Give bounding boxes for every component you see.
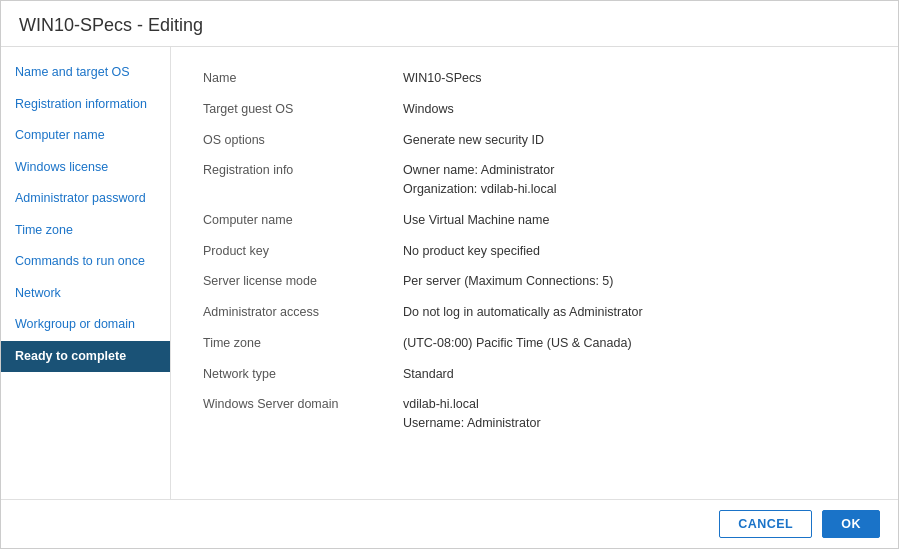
sidebar-item-name-and-target-os[interactable]: Name and target OS [1,57,170,89]
table-row: Administrator accessDo not log in automa… [195,297,874,328]
row-value: Owner name: AdministratorOrganization: v… [395,155,874,205]
dialog-footer: CANCEL OK [1,499,898,548]
sidebar-item-computer-name[interactable]: Computer name [1,120,170,152]
table-row: Target guest OSWindows [195,94,874,125]
sidebar: Name and target OSRegistration informati… [1,47,171,499]
row-value: Use Virtual Machine name [395,205,874,236]
row-label: Time zone [195,328,395,359]
cancel-button[interactable]: CANCEL [719,510,812,538]
row-label: Network type [195,359,395,390]
table-row: Server license modePer server (Maximum C… [195,266,874,297]
editing-dialog: WIN10-SPecs - Editing Name and target OS… [0,0,899,549]
row-value: vdilab-hi.localUsername: Administrator [395,389,874,439]
row-label: Name [195,63,395,94]
ok-button[interactable]: OK [822,510,880,538]
row-value: Windows [395,94,874,125]
row-label: Registration info [195,155,395,205]
row-value: Per server (Maximum Connections: 5) [395,266,874,297]
row-label: Administrator access [195,297,395,328]
row-value: Generate new security ID [395,125,874,156]
table-row: Product keyNo product key specified [195,236,874,267]
row-label: Server license mode [195,266,395,297]
row-label: Windows Server domain [195,389,395,439]
sidebar-item-administrator-password[interactable]: Administrator password [1,183,170,215]
summary-table: NameWIN10-SPecsTarget guest OSWindowsOS … [195,63,874,439]
row-label: Product key [195,236,395,267]
sidebar-item-ready-to-complete[interactable]: Ready to complete [1,341,170,373]
table-row: NameWIN10-SPecs [195,63,874,94]
sidebar-item-windows-license[interactable]: Windows license [1,152,170,184]
row-value: (UTC-08:00) Pacific Time (US & Canada) [395,328,874,359]
row-label: OS options [195,125,395,156]
row-label: Target guest OS [195,94,395,125]
row-value: WIN10-SPecs [395,63,874,94]
table-row: Registration infoOwner name: Administrat… [195,155,874,205]
table-row: Time zone(UTC-08:00) Pacific Time (US & … [195,328,874,359]
row-value: No product key specified [395,236,874,267]
main-content: NameWIN10-SPecsTarget guest OSWindowsOS … [171,47,898,499]
sidebar-item-registration-information[interactable]: Registration information [1,89,170,121]
sidebar-item-commands-to-run-once[interactable]: Commands to run once [1,246,170,278]
sidebar-item-time-zone[interactable]: Time zone [1,215,170,247]
row-value: Standard [395,359,874,390]
row-label: Computer name [195,205,395,236]
sidebar-item-network[interactable]: Network [1,278,170,310]
dialog-title: WIN10-SPecs - Editing [1,1,898,47]
sidebar-item-workgroup-or-domain[interactable]: Workgroup or domain [1,309,170,341]
table-row: Computer nameUse Virtual Machine name [195,205,874,236]
dialog-body: Name and target OSRegistration informati… [1,47,898,499]
table-row: Network typeStandard [195,359,874,390]
table-row: Windows Server domainvdilab-hi.localUser… [195,389,874,439]
table-row: OS optionsGenerate new security ID [195,125,874,156]
row-value: Do not log in automatically as Administr… [395,297,874,328]
